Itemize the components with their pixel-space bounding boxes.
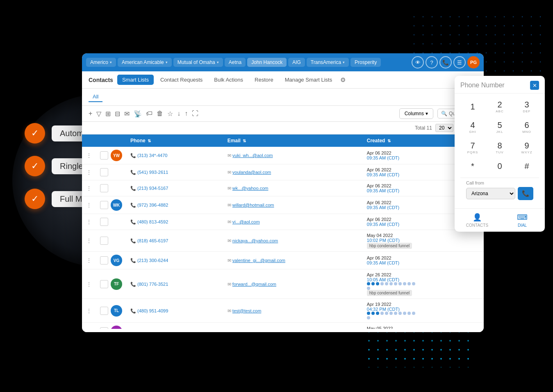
- row-menu-cell[interactable]: ⋮: [82, 180, 96, 196]
- dialer-dial-tab[interactable]: ⌨ DIAL: [500, 209, 545, 232]
- columns-button[interactable]: Columns ▾: [399, 108, 433, 119]
- phone-link[interactable]: (213) 934-5167: [137, 186, 168, 191]
- row-checkbox-cell[interactable]: TF: [96, 269, 126, 299]
- row-menu-cell[interactable]: ⋮: [82, 323, 96, 329]
- row-menu-cell[interactable]: ⋮: [82, 147, 96, 164]
- nav-tab-mutual-of-omaha[interactable]: Mutual of Omaha ▾: [173, 58, 223, 67]
- row-checkbox-cell[interactable]: TL: [96, 299, 126, 323]
- per-page-select[interactable]: 20: [435, 124, 453, 132]
- row-menu-cell[interactable]: ⋮: [82, 164, 96, 180]
- row-checkbox-cell[interactable]: WK: [96, 196, 126, 214]
- key-*[interactable]: *: [460, 159, 485, 173]
- row-checkbox-cell[interactable]: [96, 164, 126, 180]
- broadcast-icon[interactable]: 📡: [134, 110, 142, 118]
- row-checkbox[interactable]: [100, 327, 108, 329]
- phone-icon-btn[interactable]: 📞: [439, 56, 452, 68]
- nav-tab-transamerica[interactable]: TransAmerica ▾: [307, 58, 349, 67]
- nav-tab-aetna[interactable]: Aetna: [225, 58, 246, 67]
- row-menu-cell[interactable]: ⋮: [82, 269, 96, 299]
- row-checkbox-cell[interactable]: [96, 180, 126, 196]
- row-checkbox[interactable]: [100, 280, 108, 288]
- email-icon[interactable]: ✉: [124, 110, 130, 118]
- row-checkbox[interactable]: [100, 237, 108, 245]
- row-checkbox[interactable]: [100, 184, 108, 192]
- filter-icon[interactable]: ▽: [96, 110, 101, 118]
- row-checkbox-cell[interactable]: [96, 214, 126, 230]
- row-checkbox[interactable]: [100, 151, 108, 160]
- help-icon-btn[interactable]: ?: [426, 56, 438, 68]
- row-checkbox-cell[interactable]: TR: [96, 323, 126, 329]
- row-menu-cell[interactable]: ⋮: [82, 252, 96, 269]
- email-link[interactable]: wk...@yahoo.com: [232, 186, 269, 191]
- phone-link[interactable]: (480) 951-4099: [137, 308, 168, 313]
- key-3[interactable]: 3DEF: [514, 98, 539, 116]
- delete-icon[interactable]: 🗑: [157, 110, 163, 117]
- upload-icon[interactable]: ↑: [184, 110, 188, 117]
- table-icon[interactable]: ⊟: [115, 110, 120, 118]
- add-icon[interactable]: +: [89, 110, 92, 117]
- key-9[interactable]: 9WXYZ: [514, 139, 539, 157]
- phone-link[interactable]: (541) 993-2611: [137, 170, 168, 175]
- nav-tab-americo[interactable]: Americo ▾: [86, 58, 116, 67]
- download-icon[interactable]: ↓: [177, 110, 180, 117]
- row-menu-cell[interactable]: ⋮: [82, 299, 96, 323]
- row-menu-cell[interactable]: ⋮: [82, 230, 96, 252]
- key-#[interactable]: #: [514, 159, 539, 173]
- dialer-contacts-tab[interactable]: 👤 CONTACTS: [455, 209, 500, 232]
- key-8[interactable]: 8TUV: [487, 139, 512, 157]
- key-1[interactable]: 1: [460, 98, 485, 116]
- star-icon[interactable]: ☆: [167, 110, 173, 118]
- nav-tab-american-amicable[interactable]: American Amicable ▾: [118, 58, 172, 67]
- col-phone[interactable]: Phone ⇅: [126, 134, 223, 147]
- row-checkbox[interactable]: [100, 201, 108, 209]
- menu-icon-btn[interactable]: ☰: [453, 56, 466, 68]
- phone-link[interactable]: (972) 396-4882: [137, 203, 168, 207]
- key-5[interactable]: 5JKL: [487, 118, 512, 136]
- key-0[interactable]: 0: [487, 159, 512, 173]
- row-checkbox-cell[interactable]: VG: [96, 252, 126, 269]
- key-2[interactable]: 2ABC: [487, 98, 512, 116]
- dialer-close-button[interactable]: ✕: [530, 81, 539, 90]
- tab-bulk-actions[interactable]: Bulk Actions: [209, 75, 248, 85]
- phone-link[interactable]: (480) 813-4592: [137, 219, 168, 224]
- grid-icon[interactable]: ⊞: [105, 110, 111, 118]
- key-4[interactable]: 4GHI: [460, 118, 485, 136]
- email-link[interactable]: nickaya...@yahoo.com: [232, 238, 278, 243]
- tag-icon[interactable]: 🏷: [146, 110, 152, 117]
- eye-icon-btn[interactable]: 👁: [412, 56, 424, 68]
- filter-all[interactable]: All: [89, 92, 102, 102]
- row-checkbox[interactable]: [100, 307, 108, 315]
- nav-tab-prosperity[interactable]: Prosperity: [350, 58, 381, 67]
- row-menu-cell[interactable]: ⋮: [82, 214, 96, 230]
- tab-contact-requests[interactable]: Contact Requests: [155, 75, 207, 85]
- key-7[interactable]: 7PQRS: [460, 139, 485, 157]
- nav-tab-john-hancock[interactable]: John Hancock: [247, 58, 287, 67]
- col-email[interactable]: Email ⇅: [223, 134, 363, 147]
- email-link[interactable]: willard@hotmail.com: [232, 203, 274, 207]
- email-link[interactable]: yuki_wh...@aol.com: [232, 153, 273, 158]
- avatar-btn[interactable]: PG: [467, 56, 480, 68]
- email-link[interactable]: vi...@aol.com: [232, 219, 260, 224]
- tab-smart-lists[interactable]: Smart Lists: [117, 75, 154, 85]
- email-link[interactable]: test@test.com: [232, 308, 261, 313]
- row-checkbox[interactable]: [100, 218, 108, 226]
- tab-restore[interactable]: Restore: [250, 75, 278, 85]
- row-checkbox-cell[interactable]: [96, 230, 126, 252]
- row-checkbox[interactable]: [100, 256, 108, 264]
- tab-manage-smart-lists[interactable]: Manage Smart Lists: [280, 75, 337, 85]
- expand-icon[interactable]: ⛶: [192, 110, 198, 117]
- nav-tab-aig[interactable]: AIG: [288, 58, 305, 67]
- phone-link[interactable]: (818) 465-6197: [137, 238, 168, 243]
- key-6[interactable]: 6MNO: [514, 118, 539, 136]
- email-link[interactable]: youlanda@aol.com: [232, 170, 271, 175]
- phone-link[interactable]: (801) 776-3521: [137, 282, 168, 287]
- phone-link[interactable]: (313) 34*-4470: [137, 153, 167, 158]
- phone-link[interactable]: (213) 300-6244: [137, 258, 168, 263]
- settings-gear-icon[interactable]: ⚙: [340, 76, 346, 84]
- row-checkbox[interactable]: [100, 168, 108, 176]
- call-from-select[interactable]: Arizona: [466, 188, 515, 199]
- call-button[interactable]: 📞: [518, 187, 533, 200]
- row-checkbox-cell[interactable]: YW: [96, 147, 126, 164]
- email-link[interactable]: valentine_gi...@gmail.com: [232, 258, 285, 263]
- row-menu-cell[interactable]: ⋮: [82, 196, 96, 214]
